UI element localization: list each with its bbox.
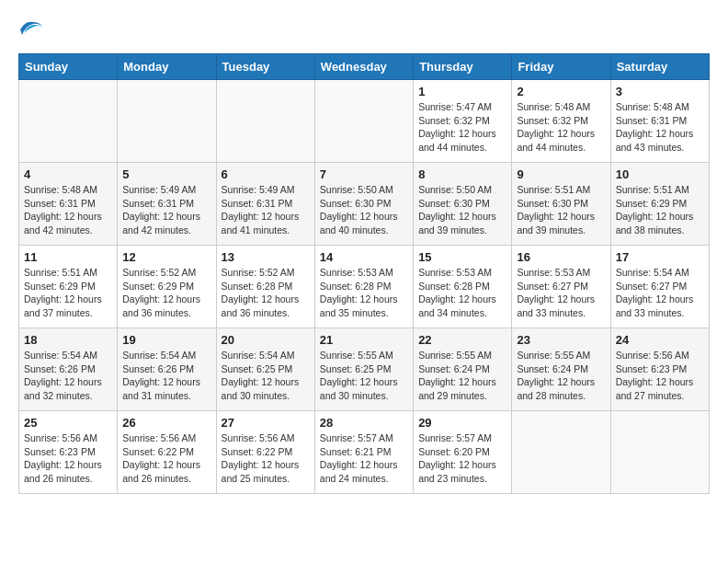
day-info: Sunrise: 5:55 AM Sunset: 6:25 PM Dayligh…	[320, 349, 408, 403]
calendar-cell: 28Sunrise: 5:57 AM Sunset: 6:21 PM Dayli…	[314, 411, 413, 494]
day-number: 28	[320, 416, 408, 430]
day-number: 16	[517, 250, 605, 264]
day-info: Sunrise: 5:56 AM Sunset: 6:23 PM Dayligh…	[616, 349, 704, 403]
day-number: 19	[122, 333, 210, 347]
day-info: Sunrise: 5:54 AM Sunset: 6:27 PM Dayligh…	[616, 266, 704, 320]
logo	[18, 18, 48, 39]
calendar-cell: 21Sunrise: 5:55 AM Sunset: 6:25 PM Dayli…	[314, 328, 413, 411]
calendar-cell: 3Sunrise: 5:48 AM Sunset: 6:31 PM Daylig…	[610, 80, 709, 163]
calendar-cell: 23Sunrise: 5:55 AM Sunset: 6:24 PM Dayli…	[512, 328, 610, 411]
calendar-cell: 8Sunrise: 5:50 AM Sunset: 6:30 PM Daylig…	[414, 163, 512, 246]
calendar-body: 1Sunrise: 5:47 AM Sunset: 6:32 PM Daylig…	[19, 80, 710, 494]
calendar-header: SundayMondayTuesdayWednesdayThursdayFrid…	[19, 54, 710, 80]
day-number: 26	[122, 416, 210, 430]
day-number: 1	[418, 85, 506, 98]
weekday-header-friday: Friday	[512, 54, 610, 80]
calendar-cell: 18Sunrise: 5:54 AM Sunset: 6:26 PM Dayli…	[19, 328, 118, 411]
calendar-cell: 13Sunrise: 5:52 AM Sunset: 6:28 PM Dayli…	[216, 246, 314, 328]
day-info: Sunrise: 5:52 AM Sunset: 6:28 PM Dayligh…	[222, 266, 310, 320]
calendar-week-row: 11Sunrise: 5:51 AM Sunset: 6:29 PM Dayli…	[19, 246, 710, 328]
calendar-cell: 16Sunrise: 5:53 AM Sunset: 6:27 PM Dayli…	[512, 246, 610, 328]
logo-bird-icon	[18, 18, 44, 39]
calendar-cell: 10Sunrise: 5:51 AM Sunset: 6:29 PM Dayli…	[610, 163, 709, 246]
calendar-cell: 20Sunrise: 5:54 AM Sunset: 6:25 PM Dayli…	[216, 328, 314, 411]
day-info: Sunrise: 5:48 AM Sunset: 6:31 PM Dayligh…	[616, 100, 704, 155]
day-info: Sunrise: 5:56 AM Sunset: 6:22 PM Dayligh…	[122, 431, 210, 486]
calendar-cell: 24Sunrise: 5:56 AM Sunset: 6:23 PM Dayli…	[610, 328, 709, 411]
calendar-week-row: 18Sunrise: 5:54 AM Sunset: 6:26 PM Dayli…	[19, 328, 710, 411]
day-number: 4	[24, 167, 112, 181]
day-info: Sunrise: 5:53 AM Sunset: 6:27 PM Dayligh…	[517, 266, 605, 320]
weekday-header-row: SundayMondayTuesdayWednesdayThursdayFrid…	[19, 54, 710, 80]
calendar-cell	[512, 411, 610, 494]
weekday-header-wednesday: Wednesday	[314, 54, 413, 80]
day-info: Sunrise: 5:53 AM Sunset: 6:28 PM Dayligh…	[320, 266, 408, 320]
calendar-week-row: 4Sunrise: 5:48 AM Sunset: 6:31 PM Daylig…	[19, 163, 710, 246]
day-info: Sunrise: 5:54 AM Sunset: 6:25 PM Dayligh…	[222, 349, 310, 403]
weekday-header-sunday: Sunday	[19, 54, 118, 80]
day-number: 21	[320, 333, 408, 347]
calendar-cell	[19, 80, 118, 163]
day-number: 20	[222, 333, 310, 347]
day-number: 18	[24, 333, 112, 347]
day-info: Sunrise: 5:48 AM Sunset: 6:31 PM Dayligh…	[24, 183, 112, 237]
day-number: 17	[616, 250, 704, 264]
calendar-cell	[118, 80, 216, 163]
day-info: Sunrise: 5:56 AM Sunset: 6:23 PM Dayligh…	[24, 431, 112, 486]
day-info: Sunrise: 5:57 AM Sunset: 6:21 PM Dayligh…	[320, 431, 408, 486]
day-number: 23	[517, 333, 605, 347]
day-info: Sunrise: 5:53 AM Sunset: 6:28 PM Dayligh…	[418, 266, 506, 320]
day-number: 24	[616, 333, 704, 347]
weekday-header-monday: Monday	[118, 54, 216, 80]
day-number: 13	[222, 250, 310, 264]
calendar-cell	[610, 411, 709, 494]
day-info: Sunrise: 5:48 AM Sunset: 6:32 PM Dayligh…	[517, 100, 605, 155]
day-number: 22	[418, 333, 506, 347]
day-number: 14	[320, 250, 408, 264]
calendar-cell: 15Sunrise: 5:53 AM Sunset: 6:28 PM Dayli…	[414, 246, 512, 328]
day-number: 15	[418, 250, 506, 264]
weekday-header-tuesday: Tuesday	[216, 54, 314, 80]
day-info: Sunrise: 5:50 AM Sunset: 6:30 PM Dayligh…	[320, 183, 408, 237]
calendar-cell: 9Sunrise: 5:51 AM Sunset: 6:30 PM Daylig…	[512, 163, 610, 246]
day-info: Sunrise: 5:56 AM Sunset: 6:22 PM Dayligh…	[222, 431, 310, 486]
day-info: Sunrise: 5:47 AM Sunset: 6:32 PM Dayligh…	[418, 100, 506, 155]
calendar-cell: 12Sunrise: 5:52 AM Sunset: 6:29 PM Dayli…	[118, 246, 216, 328]
day-number: 5	[122, 167, 210, 181]
calendar-cell: 1Sunrise: 5:47 AM Sunset: 6:32 PM Daylig…	[414, 80, 512, 163]
day-info: Sunrise: 5:51 AM Sunset: 6:30 PM Dayligh…	[517, 183, 605, 237]
day-info: Sunrise: 5:51 AM Sunset: 6:29 PM Dayligh…	[616, 183, 704, 237]
calendar-cell: 22Sunrise: 5:55 AM Sunset: 6:24 PM Dayli…	[414, 328, 512, 411]
weekday-header-thursday: Thursday	[414, 54, 512, 80]
day-number: 25	[24, 416, 112, 430]
calendar-cell: 14Sunrise: 5:53 AM Sunset: 6:28 PM Dayli…	[314, 246, 413, 328]
day-number: 29	[418, 416, 506, 430]
day-number: 9	[517, 167, 605, 181]
calendar-cell: 7Sunrise: 5:50 AM Sunset: 6:30 PM Daylig…	[314, 163, 413, 246]
day-info: Sunrise: 5:52 AM Sunset: 6:29 PM Dayligh…	[122, 266, 210, 320]
day-info: Sunrise: 5:49 AM Sunset: 6:31 PM Dayligh…	[122, 183, 210, 237]
day-info: Sunrise: 5:54 AM Sunset: 6:26 PM Dayligh…	[24, 349, 112, 403]
day-number: 8	[418, 167, 506, 181]
day-number: 3	[616, 85, 704, 98]
day-info: Sunrise: 5:57 AM Sunset: 6:20 PM Dayligh…	[418, 431, 506, 486]
day-info: Sunrise: 5:51 AM Sunset: 6:29 PM Dayligh…	[24, 266, 112, 320]
day-number: 7	[320, 167, 408, 181]
calendar-table: SundayMondayTuesdayWednesdayThursdayFrid…	[18, 53, 710, 494]
calendar-cell: 26Sunrise: 5:56 AM Sunset: 6:22 PM Dayli…	[118, 411, 216, 494]
calendar-week-row: 1Sunrise: 5:47 AM Sunset: 6:32 PM Daylig…	[19, 80, 710, 163]
day-info: Sunrise: 5:54 AM Sunset: 6:26 PM Dayligh…	[122, 349, 210, 403]
calendar-cell: 25Sunrise: 5:56 AM Sunset: 6:23 PM Dayli…	[19, 411, 118, 494]
day-number: 2	[517, 85, 605, 98]
day-info: Sunrise: 5:55 AM Sunset: 6:24 PM Dayligh…	[517, 349, 605, 403]
calendar-cell: 29Sunrise: 5:57 AM Sunset: 6:20 PM Dayli…	[414, 411, 512, 494]
calendar-cell	[314, 80, 413, 163]
calendar-week-row: 25Sunrise: 5:56 AM Sunset: 6:23 PM Dayli…	[19, 411, 710, 494]
day-number: 6	[222, 167, 310, 181]
calendar-cell: 5Sunrise: 5:49 AM Sunset: 6:31 PM Daylig…	[118, 163, 216, 246]
day-info: Sunrise: 5:49 AM Sunset: 6:31 PM Dayligh…	[222, 183, 310, 237]
day-info: Sunrise: 5:55 AM Sunset: 6:24 PM Dayligh…	[418, 349, 506, 403]
calendar-cell: 6Sunrise: 5:49 AM Sunset: 6:31 PM Daylig…	[216, 163, 314, 246]
day-info: Sunrise: 5:50 AM Sunset: 6:30 PM Dayligh…	[418, 183, 506, 237]
weekday-header-saturday: Saturday	[610, 54, 709, 80]
